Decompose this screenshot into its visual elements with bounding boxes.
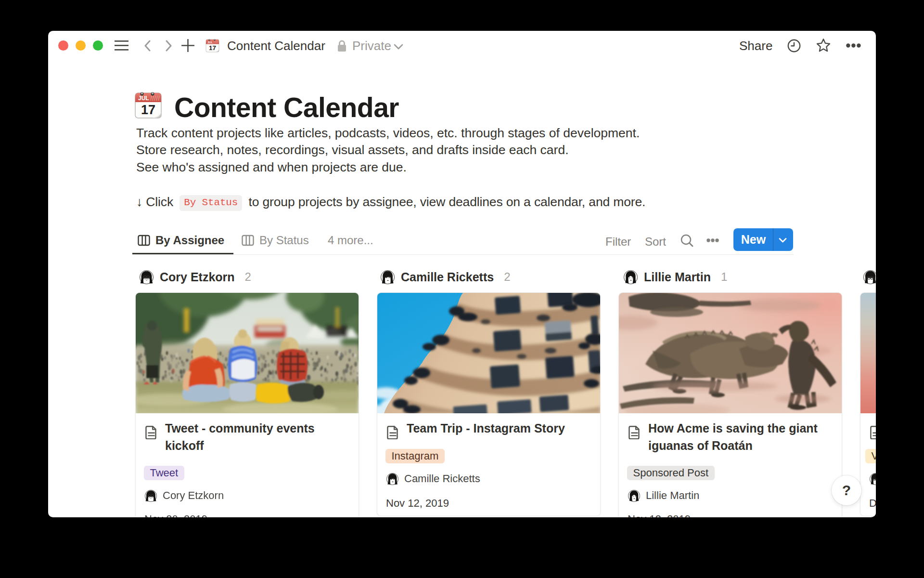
- svg-text:JUL: JUL: [138, 95, 149, 102]
- svg-text:JUL: JUL: [207, 41, 213, 44]
- svg-text:17: 17: [141, 103, 155, 117]
- svg-text:17: 17: [209, 44, 216, 52]
